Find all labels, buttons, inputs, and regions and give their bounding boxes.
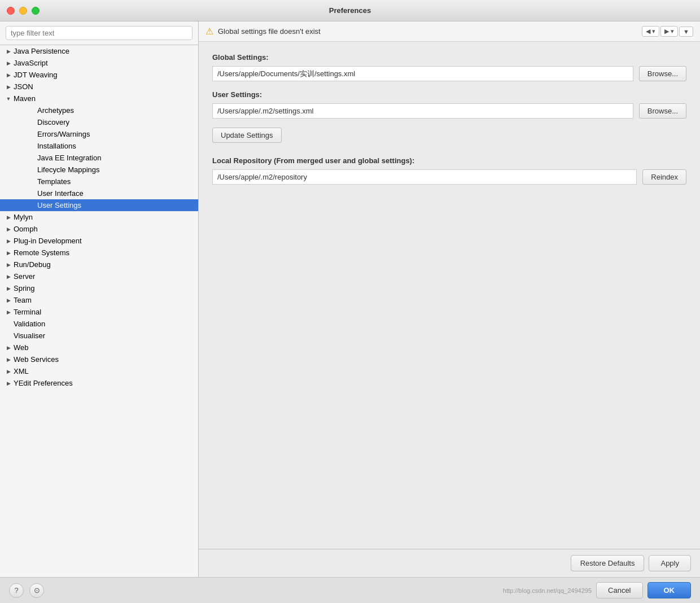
tree-item-maven[interactable]: Maven xyxy=(0,93,198,104)
tree-item-remote-systems[interactable]: Remote Systems xyxy=(0,247,198,259)
tree-arrow-jdt-weaving xyxy=(5,71,12,79)
footer-actions: http://blog.csdn.net/qq_2494295 Cancel O… xyxy=(503,582,691,598)
tree-label-spring: Spring xyxy=(14,284,35,292)
global-settings-label: Global Settings: xyxy=(212,53,686,62)
global-browse-button[interactable]: Browse... xyxy=(639,66,686,81)
tree-label-validation: Validation xyxy=(14,320,45,328)
tree-label-jdt-weaving: JDT Weaving xyxy=(14,71,58,79)
tree-item-team[interactable]: Team xyxy=(0,294,198,306)
user-browse-button[interactable]: Browse... xyxy=(639,103,686,119)
tree-arrow-terminal xyxy=(5,308,12,316)
tree-item-validation[interactable]: Validation xyxy=(0,318,198,330)
tree-arrow-spring xyxy=(5,285,12,292)
tree-arrow-remote-systems xyxy=(5,249,12,257)
tree-label-oomph: Oomph xyxy=(14,225,38,233)
nav-dropdown-button[interactable]: ▼ xyxy=(679,27,693,37)
tree-item-xml[interactable]: XML xyxy=(0,365,198,377)
local-repo-label: Local Repository (From merged user and g… xyxy=(212,156,686,165)
tree-arrow-java-ee-integration xyxy=(28,154,36,162)
left-panel: Java Persistence JavaScript JDT Weaving … xyxy=(0,21,199,577)
tree-label-java-ee-integration: Java EE Integration xyxy=(37,154,101,162)
tree-item-java-ee-integration[interactable]: Java EE Integration xyxy=(0,152,198,164)
tree-item-javascript[interactable]: JavaScript xyxy=(0,57,198,69)
close-button[interactable] xyxy=(7,7,15,15)
settings-button[interactable]: ⊙ xyxy=(29,583,44,598)
minimize-button[interactable] xyxy=(19,7,27,15)
tree-arrow-javascript xyxy=(5,59,12,67)
tree-item-discovery[interactable]: Discovery xyxy=(0,116,198,128)
tree-arrow-archetypes xyxy=(28,107,36,115)
update-settings-button[interactable]: Update Settings xyxy=(212,128,282,143)
restore-defaults-button[interactable]: Restore Defaults xyxy=(571,555,645,571)
watermark-text: http://blog.csdn.net/qq_2494295 xyxy=(503,587,592,594)
filter-wrapper xyxy=(0,21,198,45)
tree-label-templates: Templates xyxy=(37,177,71,186)
local-repo-row: Reindex xyxy=(212,169,686,185)
tree-item-user-interface[interactable]: User Interface xyxy=(0,187,198,199)
ok-button[interactable]: OK xyxy=(648,582,692,598)
tree-arrow-yedit-preferences xyxy=(5,379,12,387)
tree-item-plug-in-development[interactable]: Plug-in Development xyxy=(0,235,198,247)
tree-item-web[interactable]: Web xyxy=(0,342,198,353)
tree-item-user-settings[interactable]: User Settings xyxy=(0,199,198,211)
global-settings-input[interactable] xyxy=(212,66,633,81)
tree-item-json[interactable]: JSON xyxy=(0,81,198,93)
nav-forward-button[interactable]: ▶ ▾ xyxy=(660,26,678,37)
tree-label-archetypes: Archetypes xyxy=(37,106,74,115)
tree-label-web-services: Web Services xyxy=(14,355,59,364)
tree-item-archetypes[interactable]: Archetypes xyxy=(0,104,198,116)
tree-item-visualiser[interactable]: Visualiser xyxy=(0,330,198,342)
local-repo-section: Local Repository (From merged user and g… xyxy=(212,156,686,185)
tree-arrow-run-debug xyxy=(5,261,12,269)
tree-arrow-team xyxy=(5,296,12,304)
filter-input[interactable] xyxy=(6,26,193,40)
reindex-button[interactable]: Reindex xyxy=(642,169,686,185)
cancel-button[interactable]: Cancel xyxy=(596,582,642,598)
tree-arrow-installations xyxy=(28,142,36,150)
user-settings-input[interactable] xyxy=(212,103,633,119)
tree-label-errors-warnings: Errors/Warnings xyxy=(37,130,90,138)
tree-label-yedit-preferences: YEdit Preferences xyxy=(14,379,73,387)
help-button[interactable]: ? xyxy=(9,583,24,598)
bottom-bar: Restore Defaults Apply xyxy=(199,549,700,577)
tree-item-templates[interactable]: Templates xyxy=(0,176,198,187)
tree-label-team: Team xyxy=(14,296,32,304)
tree-label-java-persistence: Java Persistence xyxy=(14,47,69,55)
right-panel: ⚠ Global settings file doesn't exist ◀ ▾… xyxy=(199,21,700,577)
tree-item-jdt-weaving[interactable]: JDT Weaving xyxy=(0,69,198,81)
tree-item-spring[interactable]: Spring xyxy=(0,282,198,294)
tree-label-visualiser: Visualiser xyxy=(14,331,45,340)
maximize-button[interactable] xyxy=(32,7,40,15)
tree-item-web-services[interactable]: Web Services xyxy=(0,353,198,365)
tree-item-server[interactable]: Server xyxy=(0,270,198,282)
tree-item-oomph[interactable]: Oomph xyxy=(0,223,198,235)
apply-button[interactable]: Apply xyxy=(649,555,691,571)
tree-arrow-errors-warnings xyxy=(28,130,36,138)
tree-item-yedit-preferences[interactable]: YEdit Preferences xyxy=(0,377,198,389)
tree-item-lifecycle-mappings[interactable]: Lifecycle Mappings xyxy=(0,164,198,176)
tree-label-lifecycle-mappings: Lifecycle Mappings xyxy=(37,165,100,174)
tree-arrow-user-settings xyxy=(28,202,36,209)
tree-item-run-debug[interactable]: Run/Debug xyxy=(0,259,198,270)
tree-item-terminal[interactable]: Terminal xyxy=(0,306,198,318)
tree-label-javascript: JavaScript xyxy=(14,59,48,67)
tree-item-installations[interactable]: Installations xyxy=(0,140,198,152)
tree-arrow-discovery xyxy=(28,119,36,126)
tree-arrow-lifecycle-mappings xyxy=(28,166,36,174)
tree-arrow-web xyxy=(5,344,12,352)
tree-label-run-debug: Run/Debug xyxy=(14,260,51,269)
tree-label-web: Web xyxy=(14,343,29,352)
tree-label-plug-in-development: Plug-in Development xyxy=(14,237,82,245)
local-repo-input[interactable] xyxy=(212,169,637,185)
tree-label-user-interface: User Interface xyxy=(37,189,84,198)
nav-back-button[interactable]: ◀ ▾ xyxy=(642,26,659,37)
tree-item-java-persistence[interactable]: Java Persistence xyxy=(0,45,198,57)
tree-label-server: Server xyxy=(14,272,35,281)
tree-label-remote-systems: Remote Systems xyxy=(14,248,69,257)
footer-bar: ? ⊙ http://blog.csdn.net/qq_2494295 Canc… xyxy=(0,577,700,603)
tree-item-errors-warnings[interactable]: Errors/Warnings xyxy=(0,128,198,140)
tree-item-mylyn[interactable]: Mylyn xyxy=(0,211,198,223)
user-settings-row: Browse... xyxy=(212,103,686,119)
tree-arrow-web-services xyxy=(5,356,12,364)
main-container: Java Persistence JavaScript JDT Weaving … xyxy=(0,21,700,577)
